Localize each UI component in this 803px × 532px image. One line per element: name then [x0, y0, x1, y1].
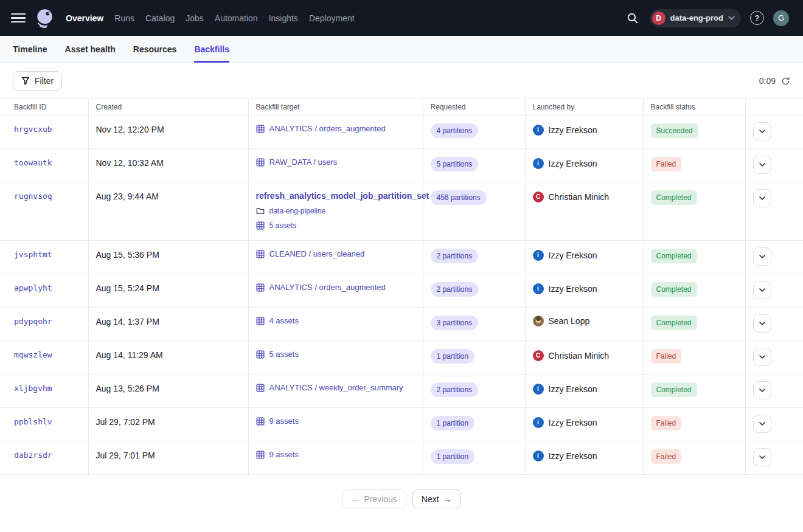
launched-by-user: CChristian Minich — [533, 350, 610, 361]
deployment-switcher[interactable]: D data-eng-prod — [650, 9, 741, 27]
user-avatar-button[interactable]: G — [773, 10, 789, 26]
code-location-label: data-eng-pipeline — [269, 207, 326, 215]
table-row: ppblshlv Jul 29, 7:02 PM 9 assets 1 part… — [0, 408, 803, 441]
nav-item-overview[interactable]: Overview — [66, 13, 103, 23]
requested-partitions-badge: 2 partitions — [431, 382, 479, 397]
tab-asset-health[interactable]: Asset health — [65, 36, 116, 63]
nav-item-deployment[interactable]: Deployment — [309, 13, 355, 23]
backfill-target-link[interactable]: 9 assets — [256, 449, 299, 459]
target-code-location-link[interactable]: data-eng-pipeline — [256, 207, 326, 215]
backfill-id-link[interactable]: jvsphtmt — [14, 250, 52, 259]
backfill-status-badge: Failed — [651, 157, 682, 171]
user-name: Izzy Erekson — [549, 250, 597, 260]
help-button[interactable]: ? — [750, 11, 764, 25]
table-row: apwplyht Aug 15, 5:24 PM ANALYTICS / ord… — [0, 274, 803, 308]
overview-tabbar: Timeline Asset health Resources Backfill… — [0, 36, 803, 63]
tab-timeline[interactable]: Timeline — [13, 36, 47, 63]
backfill-id-link[interactable]: dabzrsdr — [14, 451, 52, 460]
row-actions-button[interactable] — [753, 448, 771, 466]
nav-item-catalog[interactable]: Catalog — [145, 13, 175, 23]
right-arrow-icon: → — [443, 494, 452, 504]
row-actions-button[interactable] — [753, 281, 771, 299]
target-label: CLEANED / users_cleaned — [269, 249, 365, 258]
created-timestamp: Nov 12, 12:20 PM — [96, 125, 164, 134]
backfill-id-link[interactable]: apwplyht — [14, 283, 52, 292]
refresh-button[interactable] — [781, 77, 790, 86]
filter-funnel-icon — [21, 77, 30, 85]
dagster-logo — [34, 8, 55, 29]
user-name: Christian Minich — [549, 192, 610, 202]
backfill-target-link[interactable]: RAW_DATA / users — [256, 157, 338, 167]
filter-button[interactable]: Filter — [13, 71, 62, 91]
row-actions-button[interactable] — [753, 348, 771, 366]
table-row: toowautk Nov 12, 10:32 AM RAW_DATA / use… — [0, 149, 803, 182]
backfill-target-link[interactable]: ANALYTICS / weekly_order_summary — [256, 382, 403, 392]
created-timestamp: Nov 12, 10:32 AM — [96, 158, 164, 168]
nav-item-jobs[interactable]: Jobs — [186, 13, 204, 23]
backfill-target-link[interactable]: 4 assets — [256, 316, 299, 325]
backfill-target-link[interactable]: 9 assets — [256, 416, 299, 426]
created-timestamp: Aug 15, 5:36 PM — [96, 250, 159, 260]
backfill-id-link[interactable]: ppblshlv — [14, 417, 52, 426]
asset-grid-icon — [256, 250, 265, 258]
target-label: ANALYTICS / weekly_order_summary — [269, 383, 403, 392]
help-icon: ? — [755, 13, 760, 22]
tab-resources[interactable]: Resources — [133, 36, 177, 63]
table-row: rugnvsoq Aug 23, 9:44 AM refresh_analyti… — [0, 182, 803, 241]
previous-page-button[interactable]: ← Previous — [342, 489, 406, 508]
requested-partitions-badge: 1 partition — [431, 349, 475, 364]
row-actions-button[interactable] — [753, 415, 771, 433]
requested-partitions-badge: 3 partitions — [431, 316, 479, 330]
user-initial-avatar: i — [533, 451, 544, 461]
backfill-id-link[interactable]: hrgvcxub — [14, 125, 52, 134]
search-button[interactable] — [625, 10, 641, 26]
row-actions-button[interactable] — [753, 381, 771, 399]
backfill-id-link[interactable]: pdypqohr — [14, 317, 52, 326]
chevron-down-icon — [728, 16, 735, 20]
target-assets-link[interactable]: 5 assets — [256, 221, 297, 230]
column-header-actions — [745, 99, 803, 116]
backfill-target-link[interactable]: 5 assets — [256, 349, 299, 359]
filter-button-label: Filter — [35, 76, 54, 86]
backfill-target-job-link[interactable]: refresh_analytics_model_job_partition_se… — [256, 191, 429, 201]
created-timestamp: Aug 15, 5:24 PM — [96, 283, 159, 293]
deployment-name: data-eng-prod — [670, 13, 723, 22]
backfill-status-badge: Completed — [651, 316, 697, 330]
nav-item-automation[interactable]: Automation — [215, 13, 258, 23]
backfill-status-badge: Failed — [651, 416, 682, 430]
chevron-down-icon — [759, 288, 765, 292]
user-name: Izzy Erekson — [549, 418, 597, 427]
backfill-target-link[interactable]: CLEANED / users_cleaned — [256, 249, 365, 258]
row-actions-button[interactable] — [753, 247, 771, 266]
requested-partitions-badge: 4 partitions — [431, 123, 479, 138]
requested-partitions-badge: 5 partitions — [431, 157, 479, 171]
launched-by-user: iIzzy Erekson — [533, 451, 597, 461]
table-row: hrgvcxub Nov 12, 12:20 PM ANALYTICS / or… — [0, 116, 803, 149]
row-actions-button[interactable] — [753, 314, 771, 333]
chevron-down-icon — [759, 255, 765, 258]
nav-item-runs[interactable]: Runs — [114, 13, 134, 23]
next-page-button[interactable]: Next → — [412, 489, 461, 508]
backfill-id-link[interactable]: xljbgvhm — [14, 384, 52, 393]
user-name: Izzy Erekson — [549, 159, 597, 168]
backfill-id-link[interactable]: mqwszlew — [14, 350, 52, 359]
top-nav: Overview Runs Catalog Jobs Automation In… — [0, 0, 803, 36]
backfill-id-link[interactable]: rugnvsoq — [14, 192, 52, 201]
requested-partitions-badge: 456 partitions — [431, 190, 487, 205]
backfill-id-link[interactable]: toowautk — [14, 158, 52, 167]
column-header-backfill-status: Backfill status — [643, 99, 745, 116]
asset-grid-icon — [256, 317, 265, 325]
backfill-target-link[interactable]: ANALYTICS / orders_augmented — [256, 123, 386, 133]
tab-backfills[interactable]: Backfills — [194, 36, 229, 63]
row-actions-button[interactable] — [753, 189, 771, 207]
refresh-timer: 0:09 — [759, 76, 790, 86]
hamburger-menu-button[interactable] — [11, 11, 26, 26]
requested-partitions-badge: 1 partition — [431, 416, 475, 430]
row-actions-button[interactable] — [753, 156, 771, 174]
row-actions-button[interactable] — [753, 122, 771, 140]
table-row: jvsphtmt Aug 15, 5:36 PM CLEANED / users… — [0, 241, 803, 274]
backfill-target-link[interactable]: ANALYTICS / orders_augmented — [256, 282, 386, 292]
asset-grid-icon — [256, 417, 265, 426]
nav-item-insights[interactable]: Insights — [269, 13, 298, 23]
user-name: Sean Lopp — [549, 316, 590, 326]
